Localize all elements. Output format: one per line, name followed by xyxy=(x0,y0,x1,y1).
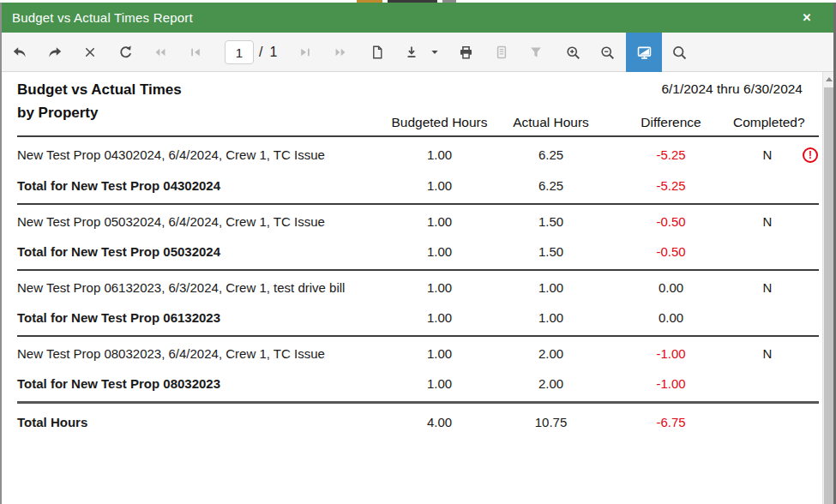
grand-total-difference: -6.75 xyxy=(609,403,733,442)
dialog-title: Budget vs Actual Times Report xyxy=(12,10,193,25)
refresh-icon[interactable] xyxy=(108,33,142,72)
subtotal-label: Total for New Test Prop 06132023 xyxy=(17,302,386,336)
subtotal-actual: 1.00 xyxy=(493,302,609,336)
row-difference: -0.50 xyxy=(609,204,733,236)
subtotal-difference: -1.00 xyxy=(609,368,733,403)
subtotal-label: Total for New Test Prop 08032023 xyxy=(17,368,386,403)
row-description: New Test Prop 06132023, 6/3/2024, Crew 1… xyxy=(17,270,386,302)
download-icon[interactable] xyxy=(394,33,429,72)
nav-forward-button[interactable] xyxy=(38,33,72,72)
row-description: New Test Prop 04302024, 6/4/2024, Crew 1… xyxy=(17,136,386,170)
column-header-actual: Actual Hours xyxy=(493,111,609,136)
window-left-edge xyxy=(0,3,2,504)
row-budgeted: 1.00 xyxy=(386,270,493,302)
subtotal-difference: 0.00 xyxy=(609,302,733,336)
subtotal-budgeted: 1.00 xyxy=(386,368,493,403)
cancel-icon[interactable] xyxy=(73,33,107,72)
report-content-area: Budget vs Actual Times by Property 6/1/2… xyxy=(2,72,833,504)
subtotal-budgeted: 1.00 xyxy=(386,236,493,270)
subtotal-actual: 6.25 xyxy=(493,170,609,204)
dialog-titlebar: Budget vs Actual Times Report ✕ xyxy=(0,3,836,33)
table-row-subtotal: Total for New Test Prop 08032023 1.00 2.… xyxy=(17,368,819,403)
subtotal-difference: -5.25 xyxy=(609,170,733,204)
zoom-in-icon[interactable] xyxy=(556,33,590,72)
row-difference: -5.25 xyxy=(609,136,733,170)
export-document-icon[interactable] xyxy=(484,33,519,72)
fast-backward-button[interactable] xyxy=(143,33,177,72)
table-row-detail: New Test Prop 04302024, 6/4/2024, Crew 1… xyxy=(17,136,819,170)
subtotal-budgeted: 1.00 xyxy=(386,302,493,336)
table-row-detail: New Test Prop 08032023, 6/4/2024, Crew 1… xyxy=(17,336,819,368)
row-actual: 6.25 xyxy=(493,136,609,170)
search-icon[interactable] xyxy=(662,33,696,72)
report-title-line1: Budget vs Actual Times xyxy=(17,78,182,101)
warning-icon: ! xyxy=(803,147,818,163)
row-description: New Test Prop 05032024, 6/4/2024, Crew 1… xyxy=(17,204,386,236)
row-budgeted: 1.00 xyxy=(386,136,493,170)
row-budgeted: 1.00 xyxy=(386,204,493,236)
first-page-button[interactable] xyxy=(178,33,213,72)
table-row-subtotal: Total for New Test Prop 05032024 1.00 1.… xyxy=(17,236,819,270)
column-header-completed: Completed? xyxy=(733,111,802,136)
close-icon[interactable]: ✕ xyxy=(795,3,819,33)
zoom-out-icon[interactable] xyxy=(590,33,624,72)
filter-icon[interactable] xyxy=(519,33,553,72)
print-icon[interactable] xyxy=(448,33,483,72)
row-description: New Test Prop 08032023, 6/4/2024, Crew 1… xyxy=(17,336,386,368)
row-actual: 1.00 xyxy=(493,270,609,302)
page-number-input[interactable] xyxy=(225,40,254,64)
fit-to-screen-icon[interactable] xyxy=(626,33,662,72)
row-completed: N xyxy=(733,204,802,236)
fast-forward-button[interactable] xyxy=(323,33,358,72)
row-completed: N xyxy=(733,270,802,302)
subtotal-actual: 2.00 xyxy=(493,368,609,403)
grand-total-budgeted: 4.00 xyxy=(386,403,493,442)
single-page-view-icon[interactable] xyxy=(360,33,394,72)
last-page-button[interactable] xyxy=(288,33,322,72)
grand-total-actual: 10.75 xyxy=(493,403,609,442)
grand-total-label: Total Hours xyxy=(17,403,386,442)
table-row-subtotal: Total for New Test Prop 06132023 1.00 1.… xyxy=(17,302,819,336)
subtotal-difference: -0.50 xyxy=(609,236,733,270)
row-completed: N xyxy=(733,136,802,170)
subtotal-budgeted: 1.00 xyxy=(386,170,493,204)
report-title: Budget vs Actual Times by Property xyxy=(17,78,182,124)
page-total: 1 xyxy=(269,45,277,60)
download-dropdown-caret-icon[interactable] xyxy=(425,33,444,72)
row-difference: -1.00 xyxy=(609,336,733,368)
nav-back-button[interactable] xyxy=(3,33,37,72)
page-count: / 1 xyxy=(259,33,277,72)
row-actual: 2.00 xyxy=(493,336,609,368)
table-row-detail: New Test Prop 05032024, 6/4/2024, Crew 1… xyxy=(17,204,819,236)
vertical-scrollbar[interactable] xyxy=(822,72,833,504)
report-table: Budgeted Hours Actual Hours Difference C… xyxy=(17,111,819,441)
column-header-difference: Difference xyxy=(609,111,733,136)
subtotal-label: Total for New Test Prop 05032024 xyxy=(17,236,386,270)
report-date-range: 6/1/2024 thru 6/30/2024 xyxy=(661,81,803,97)
row-difference: 0.00 xyxy=(609,270,733,302)
table-row-subtotal: Total for New Test Prop 04302024 1.00 6.… xyxy=(17,170,819,204)
page-separator: / xyxy=(259,45,262,60)
row-budgeted: 1.00 xyxy=(386,336,493,368)
row-actual: 1.50 xyxy=(493,204,609,236)
scrollbar-thumb[interactable] xyxy=(824,87,833,504)
table-row-grand-total: Total Hours 4.00 10.75 -6.75 xyxy=(17,403,819,442)
subtotal-label: Total for New Test Prop 04302024 xyxy=(17,170,386,204)
table-row-detail: New Test Prop 06132023, 6/3/2024, Crew 1… xyxy=(17,270,819,302)
row-completed: N xyxy=(733,336,802,368)
report-title-line2: by Property xyxy=(17,101,182,124)
report-viewer-toolbar: / 1 xyxy=(0,33,836,72)
column-header-budgeted: Budgeted Hours xyxy=(386,111,493,136)
subtotal-actual: 1.50 xyxy=(493,236,609,270)
